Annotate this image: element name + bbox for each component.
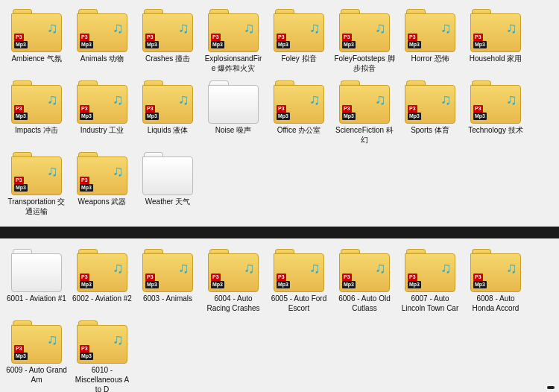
folder-item[interactable]: P3Mp3♫Office 办公室 (267, 78, 331, 148)
folder-icon: P3Mp3♫ (339, 249, 390, 292)
folder-icon: P3Mp3♫ (208, 9, 259, 52)
folder-label: ScienceFiction 科幻 (334, 125, 395, 145)
folder-label: 6005 - Auto Ford Escort (268, 294, 329, 313)
folder-item[interactable]: P3Mp3♫6006 - Auto Old Cutlass (332, 246, 397, 316)
folder-label: ExplosionsandFire 爆炸和火灾 (203, 54, 264, 73)
folder-label: Sports 体育 (411, 125, 449, 135)
folder-item[interactable]: P3Mp3♫Ambience 气氛 (4, 6, 69, 76)
folder-item[interactable]: P3Mp3♫Transportation 交通运输 (4, 149, 69, 219)
folder-item[interactable]: P3Mp3♫Foley 拟音 (267, 6, 331, 76)
folder-label: Technology 技术 (468, 125, 522, 135)
folder-label: 6004 - Auto Racing Crashes (203, 294, 264, 313)
folder-item[interactable]: P3Mp3♫6003 - Animals (136, 246, 200, 316)
folder-label: Horror 恐怖 (411, 54, 449, 63)
folder-icon: P3Mp3♫ (405, 249, 455, 292)
folder-item[interactable]: P3Mp3♫FoleyFootsteps 脚步拟音 (332, 6, 397, 76)
folder-label: Weapons 武器 (78, 197, 127, 206)
folder-icon: P3Mp3♫ (77, 249, 127, 292)
folder-icon: P3Mp3♫ (274, 249, 324, 292)
folder-icon: P3Mp3♫ (142, 249, 193, 292)
folder-icon (142, 152, 193, 195)
folder-label: 6001 - Aviation #1 (7, 294, 66, 303)
folder-icon: P3Mp3♫ (339, 9, 390, 52)
folder-label: 6008 - Auto Honda Accord (465, 294, 526, 313)
folder-label: Transportation 交通运输 (6, 197, 67, 216)
folder-label: 6009 - Auto Grand Am (6, 365, 67, 385)
folder-icon: P3Mp3♫ (77, 320, 127, 364)
folder-icon (11, 249, 62, 292)
folder-label: Household 家用 (470, 54, 522, 63)
folder-label: Ambience 气氛 (11, 54, 61, 63)
folder-label: 6003 - Animals (143, 294, 192, 303)
folder-icon: P3Mp3♫ (339, 80, 390, 124)
folder-label: 6007 - Auto Lincoln Town Car (399, 294, 461, 313)
folder-item[interactable]: P3Mp3♫Crashes 撞击 (136, 6, 200, 76)
folder-item[interactable]: P3Mp3♫Weapons 武器 (70, 149, 134, 219)
folder-label: FoleyFootsteps 脚步拟音 (334, 54, 395, 73)
folder-item[interactable]: P3Mp3♫6005 - Auto Ford Escort (267, 246, 331, 316)
folder-label: Animals 动物 (80, 54, 124, 63)
folder-item[interactable]: P3Mp3♫Household 家用 (464, 6, 528, 76)
folder-item[interactable]: P3Mp3♫Technology 技术 (464, 78, 528, 148)
folder-icon: P3Mp3♫ (274, 80, 324, 124)
site-logo (547, 386, 555, 389)
banner (0, 227, 559, 238)
folder-icon: P3Mp3♫ (274, 9, 324, 52)
folder-item[interactable]: Noise 噪声 (201, 78, 265, 148)
folder-item[interactable]: P3Mp3♫Horror 恐怖 (398, 6, 462, 76)
folder-label: 6006 - Auto Old Cutlass (334, 294, 395, 313)
folder-item[interactable]: P3Mp3♫Industry 工业 (70, 78, 134, 148)
bottom-folder-grid: 6001 - Aviation #1P3Mp3♫6002 - Aviation … (4, 246, 555, 392)
folder-icon: P3Mp3♫ (77, 152, 127, 195)
folder-icon: P3Mp3♫ (208, 249, 259, 292)
folder-icon: P3Mp3♫ (470, 80, 521, 124)
folder-label: Foley 拟音 (281, 54, 316, 63)
folder-item[interactable]: P3Mp3♫6008 - Auto Honda Accord (464, 246, 528, 316)
folder-icon: P3Mp3♫ (11, 80, 62, 124)
folder-icon: P3Mp3♫ (470, 249, 521, 292)
folder-item[interactable]: Weather 天气 (136, 149, 200, 219)
bottom-section: 6001 - Aviation #1P3Mp3♫6002 - Aviation … (0, 243, 559, 392)
folder-item[interactable]: P3Mp3♫6009 - Auto Grand Am (4, 317, 69, 392)
folder-icon: P3Mp3♫ (11, 9, 62, 52)
folder-label: Impacts 冲击 (15, 125, 58, 135)
folder-icon: P3Mp3♫ (405, 9, 455, 52)
folder-icon (208, 80, 259, 124)
folder-item[interactable]: 6001 - Aviation #1 (4, 246, 69, 316)
folder-label: Noise 噪声 (215, 125, 251, 135)
folder-item[interactable]: P3Mp3♫6002 - Aviation #2 (70, 246, 134, 316)
folder-icon: P3Mp3♫ (142, 9, 193, 52)
folder-icon: P3Mp3♫ (470, 9, 521, 52)
folder-label: Weather 天气 (145, 197, 190, 206)
folder-item[interactable]: P3Mp3♫6010 - Miscellaneous A to D (70, 317, 134, 392)
folder-label: 6002 - Aviation #2 (72, 294, 132, 303)
folder-icon: P3Mp3♫ (142, 80, 193, 124)
folder-item[interactable]: P3Mp3♫Liquids 液体 (136, 78, 200, 148)
folder-icon: P3Mp3♫ (11, 152, 62, 195)
folder-label: 6010 - Miscellaneous A to D (72, 365, 133, 392)
top-folder-grid: P3Mp3♫Ambience 气氛P3Mp3♫Animals 动物P3Mp3♫C… (4, 6, 555, 219)
folder-icon: P3Mp3♫ (77, 80, 127, 124)
folder-icon: P3Mp3♫ (405, 80, 455, 124)
top-section: P3Mp3♫Ambience 气氛P3Mp3♫Animals 动物P3Mp3♫C… (0, 0, 559, 222)
folder-label: Liquids 液体 (148, 125, 188, 135)
folder-item[interactable]: P3Mp3♫ExplosionsandFire 爆炸和火灾 (201, 6, 265, 76)
folder-item[interactable]: P3Mp3♫6007 - Auto Lincoln Town Car (398, 246, 462, 316)
folder-icon: P3Mp3♫ (77, 9, 127, 52)
folder-item[interactable]: P3Mp3♫ScienceFiction 科幻 (332, 78, 397, 148)
folder-label: Crashes 撞击 (145, 54, 190, 63)
folder-item[interactable]: P3Mp3♫Animals 动物 (70, 6, 134, 76)
folder-icon: P3Mp3♫ (11, 320, 62, 364)
folder-label: Office 办公室 (277, 125, 321, 135)
folder-item[interactable]: P3Mp3♫6004 - Auto Racing Crashes (201, 246, 265, 316)
folder-label: Industry 工业 (80, 125, 124, 135)
folder-item[interactable]: P3Mp3♫Impacts 冲击 (4, 78, 69, 148)
folder-item[interactable]: P3Mp3♫Sports 体育 (398, 78, 462, 148)
